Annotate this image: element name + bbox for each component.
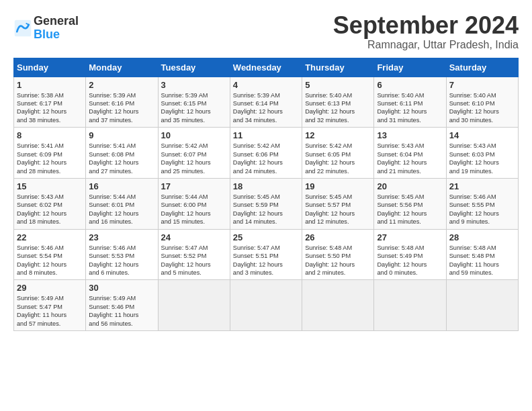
cell-content: Sunrise: 5:43 AMSunset: 6:03 PMDaylight:… xyxy=(449,142,515,175)
month-year: September 2024 xyxy=(333,12,519,39)
header-row: Sunday Monday Tuesday Wednesday Thursday… xyxy=(14,58,519,77)
calendar-cell: 4Sunrise: 5:39 AMSunset: 6:14 PMDaylight… xyxy=(230,77,302,128)
day-number: 25 xyxy=(233,232,299,242)
calendar-cell: 23Sunrise: 5:46 AMSunset: 5:53 PMDayligh… xyxy=(86,229,158,280)
title-block: September 2024 Ramnagar, Uttar Pradesh, … xyxy=(333,12,519,51)
day-number: 8 xyxy=(17,130,83,140)
cell-content: Sunrise: 5:49 AMSunset: 5:47 PMDaylight:… xyxy=(17,294,83,328)
day-number: 21 xyxy=(449,181,515,191)
col-friday: Friday xyxy=(374,58,446,77)
calendar-week-1: 1Sunrise: 5:38 AMSunset: 6:17 PMDaylight… xyxy=(14,77,519,128)
calendar-cell: 24Sunrise: 5:47 AMSunset: 5:52 PMDayligh… xyxy=(158,229,230,280)
day-number: 27 xyxy=(377,232,443,242)
day-number: 2 xyxy=(89,80,154,90)
cell-content: Sunrise: 5:39 AMSunset: 6:15 PMDaylight:… xyxy=(161,91,227,125)
cell-content: Sunrise: 5:44 AMSunset: 6:01 PMDaylight:… xyxy=(89,193,154,226)
logo-icon xyxy=(13,19,32,38)
day-number: 22 xyxy=(17,232,83,242)
logo-general: General xyxy=(34,14,79,28)
col-monday: Monday xyxy=(86,58,158,77)
calendar-cell xyxy=(302,280,374,331)
cell-content: Sunrise: 5:44 AMSunset: 6:00 PMDaylight:… xyxy=(161,193,227,226)
calendar-cell: 21Sunrise: 5:46 AMSunset: 5:55 PMDayligh… xyxy=(446,178,518,229)
cell-content: Sunrise: 5:41 AMSunset: 6:09 PMDaylight:… xyxy=(17,142,83,175)
logo: General Blue xyxy=(13,15,79,42)
cell-content: Sunrise: 5:39 AMSunset: 6:14 PMDaylight:… xyxy=(233,91,299,125)
cell-content: Sunrise: 5:47 AMSunset: 5:51 PMDaylight:… xyxy=(233,244,299,277)
cell-content: Sunrise: 5:48 AMSunset: 5:50 PMDaylight:… xyxy=(305,244,371,277)
day-number: 7 xyxy=(449,80,515,90)
calendar-cell xyxy=(446,280,518,331)
cell-content: Sunrise: 5:43 AMSunset: 6:02 PMDaylight:… xyxy=(17,193,83,226)
calendar-week-5: 29Sunrise: 5:49 AMSunset: 5:47 PMDayligh… xyxy=(14,280,519,331)
day-number: 29 xyxy=(17,283,83,293)
calendar-week-2: 8Sunrise: 5:41 AMSunset: 6:09 PMDaylight… xyxy=(14,128,519,179)
day-number: 3 xyxy=(161,80,227,90)
calendar-cell: 22Sunrise: 5:46 AMSunset: 5:54 PMDayligh… xyxy=(14,229,86,280)
col-sunday: Sunday xyxy=(14,58,86,77)
cell-content: Sunrise: 5:48 AMSunset: 5:49 PMDaylight:… xyxy=(377,244,443,277)
day-number: 12 xyxy=(305,130,371,140)
cell-content: Sunrise: 5:45 AMSunset: 5:59 PMDaylight:… xyxy=(233,193,299,226)
cell-content: Sunrise: 5:39 AMSunset: 6:16 PMDaylight:… xyxy=(89,91,154,125)
cell-content: Sunrise: 5:43 AMSunset: 6:04 PMDaylight:… xyxy=(377,142,443,175)
calendar-cell: 12Sunrise: 5:42 AMSunset: 6:05 PMDayligh… xyxy=(302,128,374,179)
calendar-cell: 19Sunrise: 5:45 AMSunset: 5:57 PMDayligh… xyxy=(302,178,374,229)
day-number: 13 xyxy=(377,130,443,140)
cell-content: Sunrise: 5:46 AMSunset: 5:54 PMDaylight:… xyxy=(17,244,83,277)
day-number: 16 xyxy=(89,181,154,191)
logo-blue: Blue xyxy=(34,28,60,41)
day-number: 4 xyxy=(233,80,299,90)
cell-content: Sunrise: 5:46 AMSunset: 5:53 PMDaylight:… xyxy=(89,244,154,277)
day-number: 10 xyxy=(161,130,227,140)
cell-content: Sunrise: 5:40 AMSunset: 6:11 PMDaylight:… xyxy=(377,91,443,125)
day-number: 6 xyxy=(377,80,443,90)
calendar-body: 1Sunrise: 5:38 AMSunset: 6:17 PMDaylight… xyxy=(14,77,519,330)
col-thursday: Thursday xyxy=(302,58,374,77)
cell-content: Sunrise: 5:41 AMSunset: 6:08 PMDaylight:… xyxy=(89,142,154,175)
col-wednesday: Wednesday xyxy=(230,58,302,77)
day-number: 28 xyxy=(449,232,515,242)
calendar-cell: 27Sunrise: 5:48 AMSunset: 5:49 PMDayligh… xyxy=(374,229,446,280)
cell-content: Sunrise: 5:48 AMSunset: 5:48 PMDaylight:… xyxy=(449,244,515,277)
calendar-cell: 6Sunrise: 5:40 AMSunset: 6:11 PMDaylight… xyxy=(374,77,446,128)
calendar-cell: 3Sunrise: 5:39 AMSunset: 6:15 PMDaylight… xyxy=(158,77,230,128)
cell-content: Sunrise: 5:42 AMSunset: 6:05 PMDaylight:… xyxy=(305,142,371,175)
cell-content: Sunrise: 5:47 AMSunset: 5:52 PMDaylight:… xyxy=(161,244,227,277)
calendar-cell: 20Sunrise: 5:45 AMSunset: 5:56 PMDayligh… xyxy=(374,178,446,229)
header: General Blue September 2024 Ramnagar, Ut… xyxy=(13,12,519,51)
day-number: 24 xyxy=(161,232,227,242)
day-number: 1 xyxy=(17,80,83,90)
day-number: 5 xyxy=(305,80,371,90)
day-number: 26 xyxy=(305,232,371,242)
cell-content: Sunrise: 5:40 AMSunset: 6:10 PMDaylight:… xyxy=(449,91,515,125)
calendar-cell: 17Sunrise: 5:44 AMSunset: 6:00 PMDayligh… xyxy=(158,178,230,229)
calendar-cell: 11Sunrise: 5:42 AMSunset: 6:06 PMDayligh… xyxy=(230,128,302,179)
cell-content: Sunrise: 5:45 AMSunset: 5:57 PMDaylight:… xyxy=(305,193,371,226)
calendar-cell: 14Sunrise: 5:43 AMSunset: 6:03 PMDayligh… xyxy=(446,128,518,179)
calendar-cell: 2Sunrise: 5:39 AMSunset: 6:16 PMDaylight… xyxy=(86,77,158,128)
day-number: 9 xyxy=(89,130,154,140)
calendar-cell: 29Sunrise: 5:49 AMSunset: 5:47 PMDayligh… xyxy=(14,280,86,331)
col-saturday: Saturday xyxy=(446,58,518,77)
calendar-cell xyxy=(374,280,446,331)
day-number: 15 xyxy=(17,181,83,191)
day-number: 11 xyxy=(233,130,299,140)
calendar-cell xyxy=(158,280,230,331)
calendar-table: Sunday Monday Tuesday Wednesday Thursday… xyxy=(13,58,519,331)
calendar-cell: 26Sunrise: 5:48 AMSunset: 5:50 PMDayligh… xyxy=(302,229,374,280)
day-number: 19 xyxy=(305,181,371,191)
cell-content: Sunrise: 5:40 AMSunset: 6:13 PMDaylight:… xyxy=(305,91,371,125)
calendar-week-4: 22Sunrise: 5:46 AMSunset: 5:54 PMDayligh… xyxy=(14,229,519,280)
logo-text: General Blue xyxy=(34,15,79,42)
day-number: 23 xyxy=(89,232,154,242)
cell-content: Sunrise: 5:42 AMSunset: 6:07 PMDaylight:… xyxy=(161,142,227,175)
calendar-cell: 30Sunrise: 5:49 AMSunset: 5:46 PMDayligh… xyxy=(86,280,158,331)
day-number: 14 xyxy=(449,130,515,140)
calendar-cell: 9Sunrise: 5:41 AMSunset: 6:08 PMDaylight… xyxy=(86,128,158,179)
calendar-cell xyxy=(230,280,302,331)
calendar-cell: 18Sunrise: 5:45 AMSunset: 5:59 PMDayligh… xyxy=(230,178,302,229)
calendar-cell: 28Sunrise: 5:48 AMSunset: 5:48 PMDayligh… xyxy=(446,229,518,280)
cell-content: Sunrise: 5:49 AMSunset: 5:46 PMDaylight:… xyxy=(89,294,154,328)
calendar-cell: 8Sunrise: 5:41 AMSunset: 6:09 PMDaylight… xyxy=(14,128,86,179)
